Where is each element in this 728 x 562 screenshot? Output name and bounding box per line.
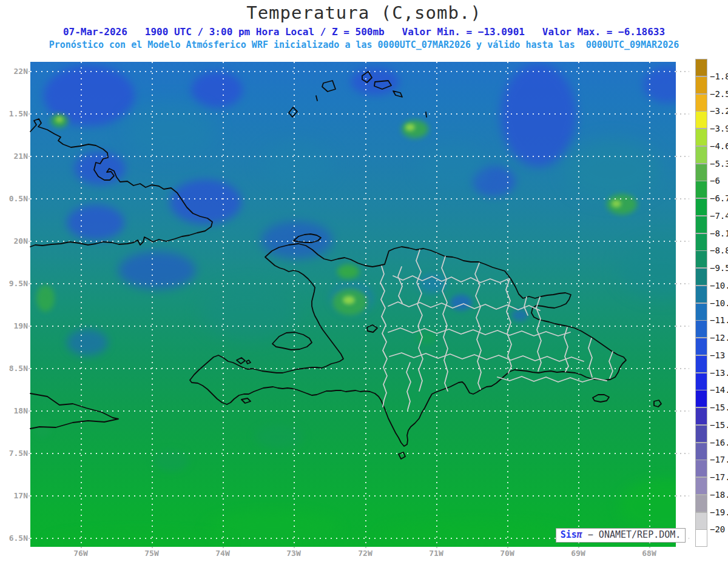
colorbar-segment — [695, 268, 707, 286]
lon-tick-bottom — [436, 547, 437, 552]
colorbar-segment — [695, 94, 707, 112]
longitude-gridline — [507, 62, 508, 547]
credit-source: − ONAMET/REP.DOM. — [582, 529, 681, 540]
lon-tick-bottom — [365, 547, 366, 552]
colorbar-tick-label: −8.8 — [710, 246, 728, 255]
lat-tick-right — [676, 410, 689, 412]
field-patch — [337, 264, 359, 279]
lat-tick-left — [24, 495, 30, 497]
colorbar-segment — [695, 529, 707, 547]
field-patch — [343, 296, 355, 304]
lat-tick-right — [676, 198, 689, 199]
field-patch — [34, 418, 51, 438]
colorbar-tick-label: −8.1 — [710, 229, 728, 238]
colorbar-segment — [695, 355, 707, 373]
lon-tick-bottom — [81, 547, 82, 552]
field-patch — [376, 523, 570, 547]
colorbar-segment — [695, 512, 707, 530]
colorbar-segment — [695, 373, 707, 390]
colorbar-segment — [695, 76, 707, 94]
lat-tick-right — [676, 368, 689, 369]
longitude-gridline — [649, 62, 650, 547]
colorbar-tick-label: −14.4 — [710, 385, 728, 395]
lat-tick-right — [676, 453, 689, 454]
colorbar-segment — [695, 286, 707, 303]
lat-tick-right — [676, 113, 689, 115]
field-patch — [450, 295, 472, 310]
colorbar-segment — [695, 129, 707, 146]
lat-tick-left — [24, 283, 30, 284]
longitude-gridline — [294, 62, 295, 547]
credit-product-name: Sis — [561, 529, 577, 540]
colorbar-tick-label: −15.1 — [710, 403, 728, 412]
colorbar-segment — [695, 495, 707, 512]
longitude-gridline — [223, 62, 224, 547]
lat-tick-left — [24, 156, 30, 157]
colorbar-tick-label: −7.4 — [710, 211, 728, 221]
colorbar-segment — [695, 250, 707, 268]
field-patch — [200, 285, 297, 340]
longitude-gridline — [436, 62, 437, 547]
lat-tick-left — [24, 241, 30, 242]
colorbar-tick-label: −4.6 — [710, 141, 728, 151]
lat-tick-right — [676, 283, 689, 284]
lon-tick-bottom — [507, 547, 508, 552]
colorbar-tick-label: −1.8 — [710, 72, 728, 81]
field-patch — [124, 103, 215, 158]
lon-tick-bottom — [152, 547, 153, 552]
lat-tick-left — [24, 453, 30, 454]
colorbar-segment — [695, 460, 707, 477]
colorbar-tick-label: −19.3 — [710, 507, 728, 517]
colorbar-tick-label: −13 — [710, 350, 728, 360]
lat-tick-left — [24, 368, 30, 369]
lat-tick-left — [24, 538, 30, 539]
field-patch — [67, 329, 108, 356]
colorbar-segment — [695, 477, 707, 495]
colorbar-tick-label: −16.5 — [710, 438, 728, 447]
page-title: Temperatura (C,somb.) — [0, 2, 728, 23]
colorbar-tick-label: −20 — [710, 524, 728, 534]
lat-tick-left — [24, 71, 30, 72]
colorbar-segment — [695, 181, 707, 198]
longitude-gridline — [365, 62, 366, 547]
colorbar-tick-label: −18.6 — [710, 490, 728, 500]
field-patch — [619, 479, 676, 534]
field-patch — [619, 243, 676, 297]
colorbar-segment — [695, 59, 707, 76]
lat-tick-right — [676, 71, 689, 72]
subtitle-model-info: Pronóstico con el Modelo Atmósferico WRF… — [0, 39, 728, 50]
field-patch — [612, 200, 621, 207]
colorbar-segment — [695, 233, 707, 251]
colorbar-tick-label: −3.2 — [710, 106, 728, 116]
field-patch — [500, 64, 576, 167]
lat-tick-left — [24, 326, 30, 327]
colorbar-tick-label: −12.3 — [710, 333, 728, 343]
colorbar-segment — [695, 320, 707, 338]
colorbar-tick-label: −2.5 — [710, 89, 728, 99]
colorbar-segment — [695, 443, 707, 460]
colorbar-tick-label: −6.7 — [710, 193, 728, 203]
colorbar-segment — [695, 164, 707, 181]
field-patch — [419, 146, 485, 188]
field-patch — [261, 142, 334, 185]
map-plot-area — [30, 62, 676, 547]
longitude-gridline — [81, 62, 82, 547]
lon-tick-bottom — [578, 547, 579, 552]
longitude-gridline — [152, 62, 153, 547]
lat-tick-right — [676, 495, 689, 497]
colorbar-segment — [695, 198, 707, 216]
field-patch — [643, 67, 676, 103]
colorbar-tick-label: −3.9 — [710, 124, 728, 133]
colorbar-segment — [695, 338, 707, 355]
field-patch — [191, 72, 243, 108]
colorbar-segment — [695, 216, 707, 233]
lat-tick-right — [676, 156, 689, 157]
colorbar-segment — [695, 111, 707, 129]
field-patch — [56, 116, 63, 122]
colorbar-tick-label: −6 — [710, 176, 728, 186]
colorbar-tick-label: −11.6 — [710, 315, 728, 325]
colorbar-tick-label: −15.8 — [710, 420, 728, 430]
colorbar-tick-label: −17.9 — [710, 472, 728, 482]
lon-tick-bottom — [223, 547, 224, 552]
lat-tick-right — [676, 241, 689, 242]
